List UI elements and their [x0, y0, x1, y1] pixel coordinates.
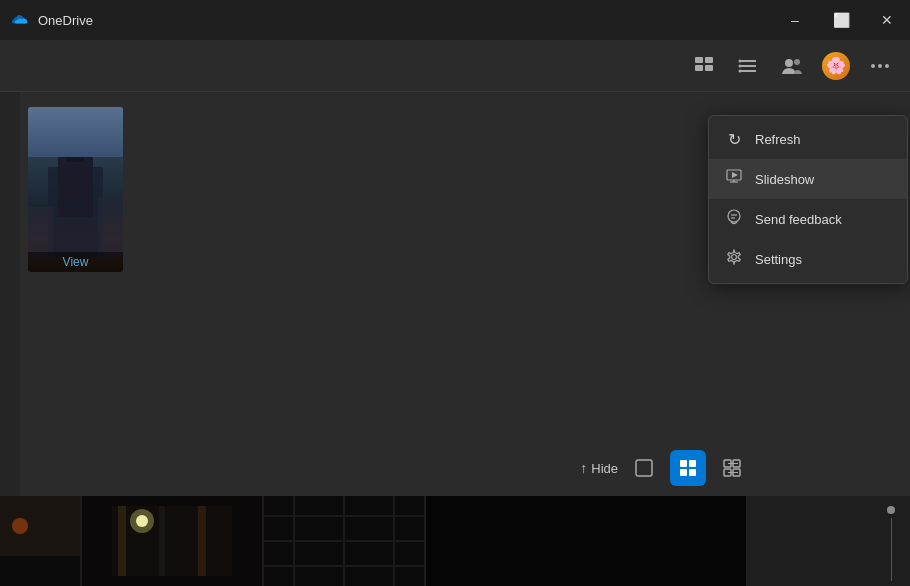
- strip-photo-2[interactable]: [82, 496, 262, 586]
- gallery-icon: [693, 55, 715, 77]
- view-controls: ↑ Hide: [580, 450, 750, 486]
- list-icon: [737, 55, 759, 77]
- svg-rect-20: [636, 460, 652, 476]
- strip-photo-1[interactable]: [0, 496, 80, 586]
- window-controls: – ⬜ ✕: [772, 0, 910, 40]
- strip-photo-3-image: [264, 496, 424, 586]
- maximize-button[interactable]: ⬜: [818, 0, 864, 40]
- view-label[interactable]: View: [28, 252, 123, 272]
- svg-point-14: [885, 64, 889, 68]
- svg-point-32: [12, 518, 28, 534]
- people-icon-button[interactable]: [772, 46, 812, 86]
- minimize-button[interactable]: –: [772, 0, 818, 40]
- svg-rect-24: [689, 469, 696, 476]
- svg-rect-21: [680, 460, 687, 467]
- svg-point-8: [739, 64, 742, 67]
- svg-point-56: [732, 255, 737, 260]
- slideshow-label: Slideshow: [755, 172, 814, 187]
- grid-view-button[interactable]: [670, 450, 706, 486]
- single-view-icon: [634, 458, 654, 478]
- svg-rect-35: [112, 506, 232, 576]
- svg-point-40: [130, 509, 154, 533]
- svg-point-13: [878, 64, 882, 68]
- svg-point-11: [794, 59, 800, 65]
- photos-strip: [0, 496, 910, 586]
- svg-marker-50: [732, 172, 738, 178]
- settings-icon: [725, 249, 743, 269]
- title-bar-left: OneDrive: [0, 11, 93, 29]
- title-bar: OneDrive – ⬜ ✕: [0, 0, 910, 40]
- photo-thumbnail[interactable]: View: [28, 107, 123, 272]
- refresh-menu-item[interactable]: ↻ Refresh: [709, 120, 907, 159]
- svg-rect-48: [426, 496, 746, 586]
- svg-rect-0: [695, 57, 703, 63]
- svg-rect-23: [680, 469, 687, 476]
- slideshow-icon: [725, 169, 743, 189]
- user-avatar: 🌸: [822, 52, 850, 80]
- app-title: OneDrive: [38, 13, 93, 28]
- single-view-button[interactable]: [626, 450, 662, 486]
- refresh-icon: ↻: [725, 130, 743, 149]
- onedrive-logo-icon: [12, 11, 30, 29]
- svg-point-53: [728, 210, 740, 222]
- more-icon: [869, 55, 891, 77]
- svg-point-12: [871, 64, 875, 68]
- dropdown-menu: ↻ Refresh Slideshow Send feedback: [708, 115, 908, 284]
- slideshow-menu-item[interactable]: Slideshow: [709, 159, 907, 199]
- hide-label-text: Hide: [591, 461, 618, 476]
- toolbar: 🌸: [0, 40, 910, 92]
- scroll-dot: [887, 506, 895, 514]
- send-feedback-icon: [725, 209, 743, 229]
- people-icon: [781, 55, 803, 77]
- svg-rect-2: [695, 65, 703, 71]
- scroll-indicator: [887, 506, 895, 581]
- send-feedback-label: Send feedback: [755, 212, 842, 227]
- grid-view-icon: [678, 458, 698, 478]
- list-icon-button[interactable]: [728, 46, 768, 86]
- svg-rect-3: [705, 65, 713, 71]
- compact-view-button[interactable]: [714, 450, 750, 486]
- svg-rect-19: [98, 197, 123, 257]
- up-arrow-icon: ↑: [580, 460, 587, 476]
- strip-photo-4-image: [426, 496, 746, 586]
- svg-rect-1: [705, 57, 713, 63]
- compact-view-icon: [722, 458, 742, 478]
- svg-rect-22: [689, 460, 696, 467]
- refresh-label: Refresh: [755, 132, 801, 147]
- svg-point-10: [785, 59, 793, 67]
- send-feedback-menu-item[interactable]: Send feedback: [709, 199, 907, 239]
- sky-bg: [28, 107, 123, 157]
- svg-point-9: [739, 69, 742, 72]
- strip-photo-3[interactable]: [264, 496, 424, 586]
- gallery-icon-button[interactable]: [684, 46, 724, 86]
- strip-photo-4[interactable]: [426, 496, 746, 586]
- svg-rect-18: [28, 207, 53, 257]
- more-menu-button[interactable]: [860, 46, 900, 86]
- strip-photo-2-image: [82, 496, 262, 586]
- settings-menu-item[interactable]: Settings: [709, 239, 907, 279]
- svg-point-7: [739, 59, 742, 62]
- svg-rect-33: [0, 556, 80, 586]
- close-button[interactable]: ✕: [864, 0, 910, 40]
- thumbnail-image: [28, 107, 123, 272]
- avatar-button[interactable]: 🌸: [816, 46, 856, 86]
- scroll-line: [891, 518, 892, 581]
- settings-label: Settings: [755, 252, 802, 267]
- hide-control[interactable]: ↑ Hide: [580, 460, 618, 476]
- strip-photo-1-image: [0, 496, 80, 586]
